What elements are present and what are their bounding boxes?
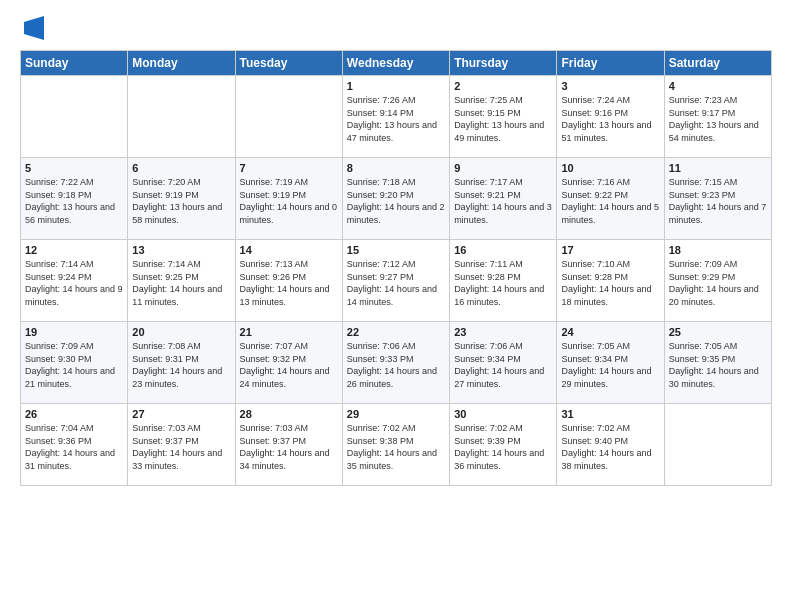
day-number: 19 bbox=[25, 326, 123, 338]
calendar-body: 1Sunrise: 7:26 AMSunset: 9:14 PMDaylight… bbox=[21, 76, 772, 486]
day-number: 17 bbox=[561, 244, 659, 256]
day-info: Sunrise: 7:05 AMSunset: 9:34 PMDaylight:… bbox=[561, 340, 659, 390]
calendar-cell: 14Sunrise: 7:13 AMSunset: 9:26 PMDayligh… bbox=[235, 240, 342, 322]
day-number: 31 bbox=[561, 408, 659, 420]
day-number: 14 bbox=[240, 244, 338, 256]
day-info: Sunrise: 7:07 AMSunset: 9:32 PMDaylight:… bbox=[240, 340, 338, 390]
day-number: 27 bbox=[132, 408, 230, 420]
day-number: 1 bbox=[347, 80, 445, 92]
calendar-cell: 22Sunrise: 7:06 AMSunset: 9:33 PMDayligh… bbox=[342, 322, 449, 404]
day-info: Sunrise: 7:23 AMSunset: 9:17 PMDaylight:… bbox=[669, 94, 767, 144]
day-number: 20 bbox=[132, 326, 230, 338]
day-number: 8 bbox=[347, 162, 445, 174]
day-number: 9 bbox=[454, 162, 552, 174]
calendar-week-1: 1Sunrise: 7:26 AMSunset: 9:14 PMDaylight… bbox=[21, 76, 772, 158]
calendar-cell: 21Sunrise: 7:07 AMSunset: 9:32 PMDayligh… bbox=[235, 322, 342, 404]
day-number: 12 bbox=[25, 244, 123, 256]
calendar-cell: 31Sunrise: 7:02 AMSunset: 9:40 PMDayligh… bbox=[557, 404, 664, 486]
calendar-cell: 7Sunrise: 7:19 AMSunset: 9:19 PMDaylight… bbox=[235, 158, 342, 240]
day-number: 21 bbox=[240, 326, 338, 338]
calendar-cell: 23Sunrise: 7:06 AMSunset: 9:34 PMDayligh… bbox=[450, 322, 557, 404]
header bbox=[20, 16, 772, 40]
day-info: Sunrise: 7:05 AMSunset: 9:35 PMDaylight:… bbox=[669, 340, 767, 390]
day-info: Sunrise: 7:09 AMSunset: 9:30 PMDaylight:… bbox=[25, 340, 123, 390]
calendar-cell: 1Sunrise: 7:26 AMSunset: 9:14 PMDaylight… bbox=[342, 76, 449, 158]
calendar-cell: 2Sunrise: 7:25 AMSunset: 9:15 PMDaylight… bbox=[450, 76, 557, 158]
day-info: Sunrise: 7:14 AMSunset: 9:25 PMDaylight:… bbox=[132, 258, 230, 308]
calendar-cell: 13Sunrise: 7:14 AMSunset: 9:25 PMDayligh… bbox=[128, 240, 235, 322]
day-info: Sunrise: 7:19 AMSunset: 9:19 PMDaylight:… bbox=[240, 176, 338, 226]
day-number: 15 bbox=[347, 244, 445, 256]
calendar-cell bbox=[21, 76, 128, 158]
calendar-week-4: 19Sunrise: 7:09 AMSunset: 9:30 PMDayligh… bbox=[21, 322, 772, 404]
logo-icon bbox=[24, 16, 44, 40]
day-info: Sunrise: 7:16 AMSunset: 9:22 PMDaylight:… bbox=[561, 176, 659, 226]
day-number: 11 bbox=[669, 162, 767, 174]
day-info: Sunrise: 7:06 AMSunset: 9:33 PMDaylight:… bbox=[347, 340, 445, 390]
day-info: Sunrise: 7:10 AMSunset: 9:28 PMDaylight:… bbox=[561, 258, 659, 308]
day-number: 28 bbox=[240, 408, 338, 420]
day-number: 26 bbox=[25, 408, 123, 420]
page: SundayMondayTuesdayWednesdayThursdayFrid… bbox=[0, 0, 792, 612]
calendar-cell: 5Sunrise: 7:22 AMSunset: 9:18 PMDaylight… bbox=[21, 158, 128, 240]
weekday-header-monday: Monday bbox=[128, 51, 235, 76]
day-number: 6 bbox=[132, 162, 230, 174]
day-info: Sunrise: 7:15 AMSunset: 9:23 PMDaylight:… bbox=[669, 176, 767, 226]
calendar-cell: 28Sunrise: 7:03 AMSunset: 9:37 PMDayligh… bbox=[235, 404, 342, 486]
weekday-header-wednesday: Wednesday bbox=[342, 51, 449, 76]
day-number: 13 bbox=[132, 244, 230, 256]
calendar-cell: 10Sunrise: 7:16 AMSunset: 9:22 PMDayligh… bbox=[557, 158, 664, 240]
calendar-cell: 12Sunrise: 7:14 AMSunset: 9:24 PMDayligh… bbox=[21, 240, 128, 322]
day-number: 4 bbox=[669, 80, 767, 92]
day-number: 3 bbox=[561, 80, 659, 92]
day-number: 5 bbox=[25, 162, 123, 174]
weekday-header-friday: Friday bbox=[557, 51, 664, 76]
day-number: 22 bbox=[347, 326, 445, 338]
weekday-header-sunday: Sunday bbox=[21, 51, 128, 76]
calendar-cell: 16Sunrise: 7:11 AMSunset: 9:28 PMDayligh… bbox=[450, 240, 557, 322]
day-info: Sunrise: 7:09 AMSunset: 9:29 PMDaylight:… bbox=[669, 258, 767, 308]
weekday-header-tuesday: Tuesday bbox=[235, 51, 342, 76]
calendar-cell: 19Sunrise: 7:09 AMSunset: 9:30 PMDayligh… bbox=[21, 322, 128, 404]
calendar-cell: 29Sunrise: 7:02 AMSunset: 9:38 PMDayligh… bbox=[342, 404, 449, 486]
calendar-cell: 17Sunrise: 7:10 AMSunset: 9:28 PMDayligh… bbox=[557, 240, 664, 322]
calendar-table: SundayMondayTuesdayWednesdayThursdayFrid… bbox=[20, 50, 772, 486]
calendar-cell bbox=[128, 76, 235, 158]
calendar-cell bbox=[235, 76, 342, 158]
day-info: Sunrise: 7:03 AMSunset: 9:37 PMDaylight:… bbox=[240, 422, 338, 472]
day-info: Sunrise: 7:02 AMSunset: 9:40 PMDaylight:… bbox=[561, 422, 659, 472]
calendar-cell: 9Sunrise: 7:17 AMSunset: 9:21 PMDaylight… bbox=[450, 158, 557, 240]
day-info: Sunrise: 7:06 AMSunset: 9:34 PMDaylight:… bbox=[454, 340, 552, 390]
day-info: Sunrise: 7:04 AMSunset: 9:36 PMDaylight:… bbox=[25, 422, 123, 472]
day-info: Sunrise: 7:12 AMSunset: 9:27 PMDaylight:… bbox=[347, 258, 445, 308]
calendar-cell: 18Sunrise: 7:09 AMSunset: 9:29 PMDayligh… bbox=[664, 240, 771, 322]
calendar-cell: 24Sunrise: 7:05 AMSunset: 9:34 PMDayligh… bbox=[557, 322, 664, 404]
day-info: Sunrise: 7:03 AMSunset: 9:37 PMDaylight:… bbox=[132, 422, 230, 472]
calendar-cell: 27Sunrise: 7:03 AMSunset: 9:37 PMDayligh… bbox=[128, 404, 235, 486]
day-info: Sunrise: 7:24 AMSunset: 9:16 PMDaylight:… bbox=[561, 94, 659, 144]
calendar-cell: 4Sunrise: 7:23 AMSunset: 9:17 PMDaylight… bbox=[664, 76, 771, 158]
calendar-cell: 6Sunrise: 7:20 AMSunset: 9:19 PMDaylight… bbox=[128, 158, 235, 240]
day-number: 2 bbox=[454, 80, 552, 92]
calendar-cell bbox=[664, 404, 771, 486]
day-info: Sunrise: 7:13 AMSunset: 9:26 PMDaylight:… bbox=[240, 258, 338, 308]
day-info: Sunrise: 7:18 AMSunset: 9:20 PMDaylight:… bbox=[347, 176, 445, 226]
day-info: Sunrise: 7:14 AMSunset: 9:24 PMDaylight:… bbox=[25, 258, 123, 308]
svg-marker-0 bbox=[24, 16, 44, 40]
calendar-header: SundayMondayTuesdayWednesdayThursdayFrid… bbox=[21, 51, 772, 76]
calendar-cell: 8Sunrise: 7:18 AMSunset: 9:20 PMDaylight… bbox=[342, 158, 449, 240]
calendar-cell: 30Sunrise: 7:02 AMSunset: 9:39 PMDayligh… bbox=[450, 404, 557, 486]
day-number: 7 bbox=[240, 162, 338, 174]
day-number: 25 bbox=[669, 326, 767, 338]
day-info: Sunrise: 7:17 AMSunset: 9:21 PMDaylight:… bbox=[454, 176, 552, 226]
day-number: 10 bbox=[561, 162, 659, 174]
day-info: Sunrise: 7:02 AMSunset: 9:38 PMDaylight:… bbox=[347, 422, 445, 472]
weekday-header-thursday: Thursday bbox=[450, 51, 557, 76]
calendar-cell: 25Sunrise: 7:05 AMSunset: 9:35 PMDayligh… bbox=[664, 322, 771, 404]
day-info: Sunrise: 7:20 AMSunset: 9:19 PMDaylight:… bbox=[132, 176, 230, 226]
calendar-cell: 26Sunrise: 7:04 AMSunset: 9:36 PMDayligh… bbox=[21, 404, 128, 486]
day-number: 29 bbox=[347, 408, 445, 420]
day-number: 24 bbox=[561, 326, 659, 338]
calendar-week-3: 12Sunrise: 7:14 AMSunset: 9:24 PMDayligh… bbox=[21, 240, 772, 322]
logo bbox=[20, 16, 44, 40]
